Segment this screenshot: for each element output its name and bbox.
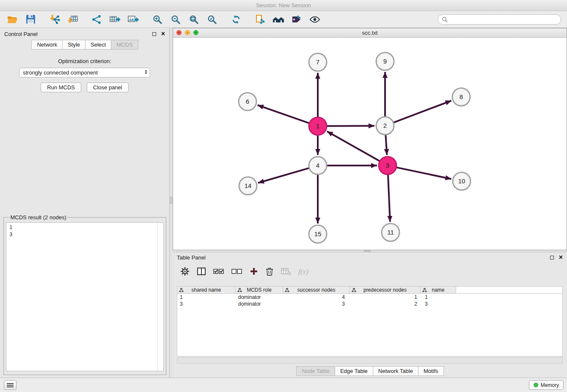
graph-edge-1-2[interactable] — [327, 126, 374, 126]
tab-select[interactable]: Select — [85, 40, 111, 50]
open-session-icon[interactable] — [6, 13, 19, 26]
network-canvas-wrap: 7968124314101511 — [173, 38, 567, 250]
graph-edge-4-14[interactable] — [258, 168, 309, 183]
graph-edge-3-10[interactable] — [396, 167, 451, 179]
column-header-successor-nodes[interactable]: successor nodes — [283, 287, 350, 293]
tab-motifs[interactable]: Motifs — [418, 366, 444, 376]
table-cell: 3 — [283, 301, 350, 307]
home-icon[interactable] — [272, 13, 285, 26]
result-line: 3 — [10, 231, 160, 238]
import-table-icon[interactable] — [66, 13, 79, 26]
search-box — [438, 14, 561, 25]
export-group — [91, 13, 140, 26]
panel-toggle-button[interactable] — [4, 380, 17, 390]
show-graphics-details-eye-icon[interactable] — [308, 13, 321, 26]
column-label: predecessor nodes — [363, 287, 407, 293]
deselect-all-rows-icon[interactable] — [231, 267, 242, 277]
window-titlebar: Session: New Session — [0, 0, 567, 11]
graph-node-label: 10 — [458, 177, 465, 185]
memory-button[interactable]: Memory — [529, 380, 564, 390]
status-bar: Memory — [0, 378, 567, 392]
minimize-window-button[interactable] — [185, 30, 190, 35]
zoom-selected-icon[interactable] — [206, 13, 218, 26]
column-header-predecessor-nodes[interactable]: predecessor nodes — [350, 287, 421, 293]
table-row[interactable]: 3 dominator 3 2 3 — [177, 301, 562, 307]
tab-style[interactable]: Style — [62, 40, 85, 50]
tab-edge-table[interactable]: Edge Table — [335, 366, 373, 376]
graph-node-label: 3 — [386, 162, 389, 169]
close-panel-button[interactable]: Close panel — [87, 83, 129, 92]
table-mode-gear-icon[interactable] — [180, 267, 190, 277]
zoom-window-button[interactable] — [193, 30, 198, 35]
window-title: Session: New Session — [256, 2, 311, 8]
network-window-title: scc.txt — [362, 30, 378, 36]
main-area: Control Panel Network Style Select MCDS … — [0, 28, 567, 378]
optimization-label: Optimization criterion: — [58, 58, 111, 64]
save-session-icon[interactable] — [24, 13, 37, 26]
float-table-panel-icon[interactable] — [550, 256, 554, 259]
style-tag-icon[interactable] — [290, 13, 303, 26]
memory-label: Memory — [541, 382, 559, 388]
graph-edge-1-6[interactable] — [258, 105, 310, 123]
criterion-select[interactable]: strongly connected component — [19, 68, 150, 77]
table-cell: 1 — [421, 294, 456, 301]
table-cell: 3 — [177, 301, 236, 307]
delete-table-icon — [281, 267, 291, 277]
import-network-icon[interactable] — [48, 13, 61, 26]
mcds-panel-body: Optimization criterion: strongly connect… — [0, 50, 169, 378]
list-icon — [7, 383, 14, 388]
refresh-view-icon[interactable] — [230, 13, 242, 26]
zoom-in-icon[interactable] — [151, 13, 164, 26]
float-panel-icon[interactable] — [152, 32, 156, 36]
graph-edge-2-8[interactable] — [394, 101, 451, 123]
close-table-panel-icon[interactable] — [559, 254, 563, 261]
column-header-mcds-role[interactable]: MCDS role — [236, 287, 283, 293]
result-scrollbar-track[interactable] — [157, 223, 158, 371]
tab-node-table[interactable]: Node Table — [296, 366, 335, 376]
table-cell: dominator — [236, 301, 283, 307]
export-table-icon[interactable] — [109, 13, 121, 26]
import-group — [48, 13, 79, 26]
column-edit-icon — [179, 288, 184, 293]
search-input[interactable] — [450, 17, 557, 22]
network-canvas[interactable]: 7968124314101511 — [173, 38, 567, 251]
run-mcds-button[interactable]: Run MCDS — [41, 83, 81, 92]
export-network-icon[interactable] — [91, 13, 103, 26]
mcds-result-list: 1 3 — [6, 222, 164, 371]
result-line: 1 — [10, 224, 160, 231]
add-column-icon[interactable] — [250, 267, 258, 277]
zoom-fit-icon[interactable] — [187, 13, 200, 26]
view-group — [254, 13, 321, 26]
close-panel-icon[interactable] — [161, 30, 165, 37]
close-window-button[interactable] — [176, 30, 182, 35]
tab-mcds[interactable]: MCDS — [111, 40, 138, 50]
graph-node-label: 8 — [460, 93, 463, 100]
refresh-group — [230, 13, 242, 26]
graph-edge-2-3[interactable] — [385, 135, 387, 155]
graph-node-label: 11 — [387, 229, 394, 236]
table-cell: 2 — [350, 301, 421, 307]
tab-network[interactable]: Network — [31, 40, 63, 50]
graph-edge-3-1[interactable] — [327, 131, 380, 161]
select-all-rows-icon[interactable] — [213, 267, 224, 277]
column-label: name — [432, 287, 444, 293]
search-icon — [442, 17, 448, 22]
vertical-splitter[interactable] — [170, 28, 173, 378]
column-header-shared-name[interactable]: shared name — [177, 287, 236, 293]
control-panel-tabs: Network Style Select MCDS — [0, 40, 169, 50]
node-table: shared name MCDS role successor nodes pr… — [177, 286, 563, 356]
show-columns-icon[interactable] — [197, 267, 206, 277]
table-cell: 1 — [177, 294, 236, 301]
window-controls — [176, 30, 198, 35]
table-row[interactable]: 1 dominator 4 1 1 — [177, 294, 562, 301]
clone-network-icon[interactable] — [254, 13, 267, 26]
vertical-splitter-grip[interactable] — [170, 196, 172, 204]
graph-edge-3-11[interactable] — [388, 174, 390, 222]
delete-columns-trash-icon[interactable] — [265, 267, 274, 277]
tab-network-table[interactable]: Network Table — [373, 366, 418, 376]
table-horizontal-scrollbar[interactable] — [177, 357, 563, 364]
zoom-out-icon[interactable] — [169, 13, 182, 26]
column-header-name[interactable]: name — [421, 287, 456, 293]
table-cell: 1 — [350, 294, 421, 301]
export-image-icon[interactable] — [127, 13, 140, 26]
